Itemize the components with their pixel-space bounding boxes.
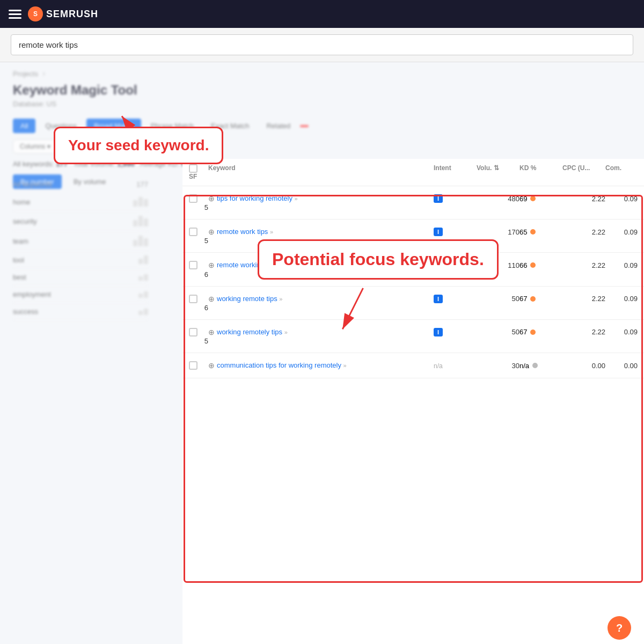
select-all-checkbox[interactable] bbox=[189, 164, 208, 173]
intent-na: n/a bbox=[434, 362, 443, 370]
add-keyword-icon[interactable]: ⊕ bbox=[208, 194, 215, 203]
sidebar-list: All keywords 177 home security bbox=[0, 180, 161, 320]
tab-all[interactable]: All bbox=[13, 119, 35, 133]
list-item: security bbox=[13, 211, 148, 231]
com-cell: 0.09 bbox=[605, 328, 638, 336]
hamburger-icon[interactable] bbox=[9, 8, 21, 20]
sidebar-list-title: All keywords 177 bbox=[13, 180, 148, 188]
com-cell: 0.00 bbox=[605, 362, 638, 370]
cpc-cell: 2.22 bbox=[562, 261, 605, 269]
kd-cell: 67 bbox=[519, 328, 562, 336]
semrush-logo-text: SEMRUSH bbox=[46, 9, 98, 20]
volume-cell: 480 bbox=[477, 195, 519, 203]
row-checkbox[interactable] bbox=[189, 194, 208, 203]
table-row: ⊕ communication tips for working remotel… bbox=[182, 353, 644, 378]
kd-dot bbox=[530, 196, 536, 201]
com-cell: 0.09 bbox=[605, 195, 638, 203]
callout-seed: Your seed keyword. bbox=[54, 127, 223, 164]
keyword-link[interactable]: ⊕ tips for working remotely » bbox=[208, 194, 434, 203]
table-row: ⊕ working remotely tips » I 50 67 2.22 0… bbox=[182, 320, 644, 353]
col-cpc: CPC (U... bbox=[562, 164, 605, 173]
add-keyword-icon[interactable]: ⊕ bbox=[208, 361, 215, 370]
keyword-link[interactable]: ⊕ communication tips for working remotel… bbox=[208, 361, 434, 370]
add-keyword-icon[interactable]: ⊕ bbox=[208, 328, 215, 336]
intent-badge: I bbox=[434, 295, 443, 303]
volume-cell: 30 bbox=[477, 362, 519, 370]
keyword-table: Keyword Intent Volu. ⇅ KD % CPC (U... Co… bbox=[182, 159, 644, 644]
kd-dot bbox=[530, 330, 536, 335]
col-kd: KD % bbox=[519, 164, 562, 173]
filter-columns[interactable]: Columns ▾ bbox=[13, 140, 57, 153]
cpc-cell: 2.22 bbox=[562, 328, 605, 336]
search-bar-wrapper bbox=[0, 28, 644, 62]
sf-cell: 5 bbox=[189, 203, 208, 211]
add-keyword-icon[interactable]: ⊕ bbox=[208, 295, 215, 303]
list-item: team bbox=[13, 231, 148, 251]
kd-cell: 66 bbox=[519, 261, 562, 269]
com-cell: 0.09 bbox=[605, 261, 638, 269]
semrush-logo: S SEMRUSH bbox=[28, 6, 98, 21]
kd-dot bbox=[530, 296, 536, 302]
add-keyword-icon[interactable]: ⊕ bbox=[208, 228, 215, 236]
callout-focus: Potential focus keywords. bbox=[258, 239, 499, 280]
row-checkbox[interactable] bbox=[189, 328, 208, 336]
col-sf: SF bbox=[189, 173, 208, 180]
list-item: success bbox=[13, 303, 148, 320]
sf-cell: 6 bbox=[189, 270, 208, 279]
page-title: Keyword Magic Tool bbox=[0, 80, 644, 99]
list-item: best bbox=[13, 269, 148, 286]
table-header: Keyword Intent Volu. ⇅ KD % CPC (U... Co… bbox=[182, 159, 644, 186]
com-cell: 0.09 bbox=[605, 295, 638, 303]
sf-cell: 6 bbox=[189, 304, 208, 312]
col-keyword: Keyword bbox=[208, 164, 434, 173]
list-item: tool bbox=[13, 251, 148, 269]
sf-cell: 5 bbox=[189, 237, 208, 245]
topbar: S SEMRUSH bbox=[0, 0, 644, 28]
kd-cell: 65 bbox=[519, 228, 562, 236]
row-checkbox[interactable] bbox=[189, 295, 208, 303]
list-item: home bbox=[13, 193, 148, 211]
kd-dot-gray bbox=[532, 363, 538, 368]
volume-cell: 50 bbox=[477, 328, 519, 336]
volume-cell: 50 bbox=[477, 295, 519, 303]
kd-cell: n/a bbox=[519, 362, 562, 370]
kd-cell: 69 bbox=[519, 195, 562, 203]
tab-badge bbox=[300, 125, 309, 127]
search-input[interactable] bbox=[11, 34, 633, 55]
list-item: employment bbox=[13, 286, 148, 303]
col-volume[interactable]: Volu. ⇅ bbox=[477, 164, 519, 173]
kd-dot bbox=[530, 262, 536, 268]
keyword-link[interactable]: ⊕ working remote tips » bbox=[208, 294, 434, 304]
breadcrumbs: Projects › bbox=[0, 62, 644, 80]
com-cell: 0.09 bbox=[605, 228, 638, 236]
cpc-cell: 2.22 bbox=[562, 195, 605, 203]
keyword-link[interactable]: ⊕ working remotely tips » bbox=[208, 327, 434, 337]
intent-badge: I bbox=[434, 228, 443, 236]
tab-related[interactable]: Related bbox=[259, 119, 298, 133]
col-intent: Intent bbox=[434, 164, 477, 173]
main-content: Projects › Keyword Magic Tool Database: … bbox=[0, 62, 644, 644]
cpc-cell: 2.22 bbox=[562, 228, 605, 236]
col-com: Com. bbox=[605, 164, 638, 173]
sf-cell: 5 bbox=[189, 337, 208, 345]
intent-badge: I bbox=[434, 194, 443, 203]
keyword-link[interactable]: ⊕ remote work tips » bbox=[208, 227, 434, 237]
cpc-cell: 2.22 bbox=[562, 295, 605, 303]
semrush-logo-icon: S bbox=[28, 6, 43, 21]
intent-badge: I bbox=[434, 328, 443, 336]
page-subtitle: Database: US bbox=[0, 99, 644, 114]
table-row: ⊕ tips for working remotely » I 480 69 2… bbox=[182, 186, 644, 219]
kd-dot bbox=[530, 229, 536, 235]
kd-cell: 67 bbox=[519, 295, 562, 303]
row-checkbox[interactable] bbox=[189, 361, 208, 370]
help-button[interactable]: ? bbox=[608, 616, 631, 640]
cpc-cell: 0.00 bbox=[562, 362, 605, 370]
add-keyword-icon[interactable]: ⊕ bbox=[208, 261, 215, 269]
breadcrumb-projects[interactable]: Projects bbox=[13, 70, 38, 78]
volume-cell: 170 bbox=[477, 228, 519, 236]
table-row: ⊕ working remote tips » I 50 67 2.22 0.0… bbox=[182, 287, 644, 320]
row-checkbox[interactable] bbox=[189, 228, 208, 236]
row-checkbox[interactable] bbox=[189, 261, 208, 269]
